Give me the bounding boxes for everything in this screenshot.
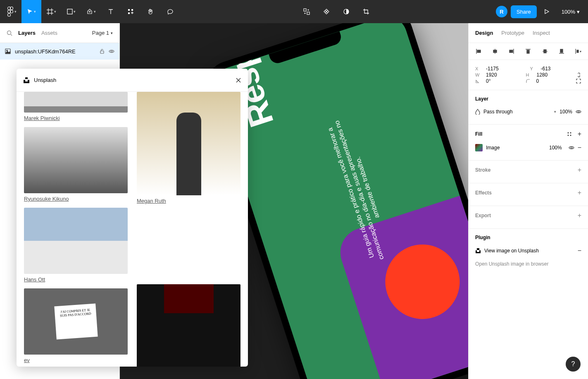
figma-menu-button[interactable]: ▾ [2,0,21,23]
svg-rect-47 [25,77,28,79]
layer-row[interactable]: unsplash:UF5Kdm764RE [0,43,119,60]
unsplash-author-link[interactable]: Hans Ott [24,276,128,283]
component-options-button[interactable] [297,0,317,23]
styles-icon[interactable] [567,130,572,138]
align-center-v-icon[interactable] [542,48,548,55]
export-section-title: Export [475,213,491,218]
unsplash-result[interactable]: Hans Ott [24,208,128,283]
link-dimensions-icon[interactable] [576,72,581,78]
collapse-plugin-icon[interactable]: − [578,247,581,254]
tab-layers[interactable]: Layers [18,30,36,36]
radius-icon [526,79,533,84]
radius-input[interactable]: 0 [536,78,573,84]
unsplash-result[interactable]: Megan Ruth [137,92,240,204]
unsplash-thumbnail[interactable] [137,92,240,195]
tab-assets[interactable]: Assets [41,30,57,36]
eye-icon[interactable] [109,48,114,54]
svg-rect-11 [128,9,130,11]
plugin-hint: Open Unsplash image in browser [475,258,581,270]
independent-corners-icon[interactable] [576,78,581,84]
tab-inspect[interactable]: Inspect [533,30,550,36]
angle-icon [475,79,483,84]
comment-tool-button[interactable] [160,0,180,23]
unsplash-author-link[interactable]: ev [24,357,128,363]
right-panel: Design Prototype Inspect ▾ X-1175 Y-613 … [468,23,588,379]
help-button[interactable]: ? [566,357,581,372]
move-tool-button[interactable]: ▾ [21,0,41,23]
blend-mode-select[interactable]: Pass through [483,109,551,115]
zoom-control[interactable]: 100% ▾ [557,9,586,15]
shape-tool-button[interactable]: ▾ [61,0,81,23]
svg-rect-23 [100,51,104,53]
eye-icon[interactable] [576,109,581,115]
align-center-h-icon[interactable] [492,48,498,55]
page-selector[interactable]: Page 1 ▾ [92,30,113,36]
unsplash-author-link[interactable]: Marek Piwnicki [24,115,128,121]
svg-point-41 [567,132,569,134]
align-right-icon[interactable] [508,48,515,55]
add-effect-icon[interactable]: + [578,189,581,197]
width-input[interactable]: 1920 [486,72,523,78]
eye-icon[interactable] [569,145,574,151]
present-button[interactable] [537,0,557,23]
unsplash-thumbnail[interactable]: J'AI COMPRIS ET JE SUIS PAS D'ACCORD [24,288,128,355]
boolean-button[interactable] [336,0,356,23]
share-button[interactable]: Share [511,5,537,18]
resources-button[interactable] [121,0,140,23]
unsplash-result[interactable]: Cash Macanaya [137,210,240,367]
unsplash-result[interactable]: Marek Piwnicki [24,92,128,121]
add-export-icon[interactable]: + [578,212,581,219]
fill-swatch[interactable] [475,144,483,151]
crop-button[interactable] [356,0,376,23]
search-icon[interactable] [7,30,12,36]
unsplash-author-link[interactable]: Megan Ruth [137,198,240,204]
svg-rect-9 [67,9,72,14]
y-input[interactable]: -613 [541,66,582,72]
pen-tool-button[interactable]: ▾ [81,0,101,23]
plugin-action-link[interactable]: View image on Unsplash [484,248,574,254]
unsplash-thumbnail[interactable] [137,284,240,367]
svg-rect-36 [560,49,563,53]
add-fill-icon[interactable]: + [578,130,581,138]
tab-design[interactable]: Design [475,30,493,36]
hand-tool-button[interactable] [140,0,160,23]
canvas-image[interactable]: Sobre Links Respire Um guia rápido e prá… [227,23,468,379]
add-stroke-icon[interactable]: + [578,166,581,174]
zoom-value: 100% [562,9,575,15]
frame-tool-button[interactable]: ▾ [41,0,61,23]
fill-opacity-input[interactable]: 100% [549,145,562,151]
unsplash-thumbnail[interactable] [24,208,128,274]
remove-fill-icon[interactable]: − [578,144,581,151]
distribute-icon[interactable]: ▾ [575,48,581,55]
unsplash-thumbnail[interactable] [24,127,128,193]
align-bottom-icon[interactable] [558,48,565,55]
layer-opacity-input[interactable]: 100% [559,109,572,115]
text-tool-button[interactable] [101,0,121,23]
fill-type[interactable]: Image [486,145,546,151]
unsplash-icon [23,77,30,84]
svg-point-19 [7,31,11,34]
stroke-section-title: Stroke [475,167,490,173]
user-avatar[interactable]: R [496,6,507,17]
unsplash-thumbnail[interactable] [24,92,128,113]
svg-rect-30 [509,50,513,53]
svg-rect-15 [307,12,309,14]
unlock-icon[interactable] [100,49,105,54]
align-left-icon[interactable] [475,48,482,55]
close-icon[interactable] [236,77,241,83]
svg-point-10 [89,11,90,12]
rotation-input[interactable]: 0° [486,78,522,84]
svg-rect-34 [544,50,546,53]
unsplash-author-link[interactable]: Ryunosuke Kikuno [24,196,128,202]
chevron-down-icon: ▾ [34,10,36,14]
align-top-icon[interactable] [525,48,531,55]
unsplash-result[interactable]: J'AI COMPRIS ET JE SUIS PAS D'ACCORDev [24,288,128,363]
svg-rect-32 [527,50,529,53]
height-input[interactable]: 1280 [537,72,574,78]
export-section: Export + [469,206,588,229]
x-input[interactable]: -1175 [486,66,527,72]
tab-prototype[interactable]: Prototype [501,30,524,36]
mask-button[interactable] [317,0,336,23]
unsplash-result[interactable]: Ryunosuke Kikuno [24,127,128,202]
image-icon [5,48,11,54]
